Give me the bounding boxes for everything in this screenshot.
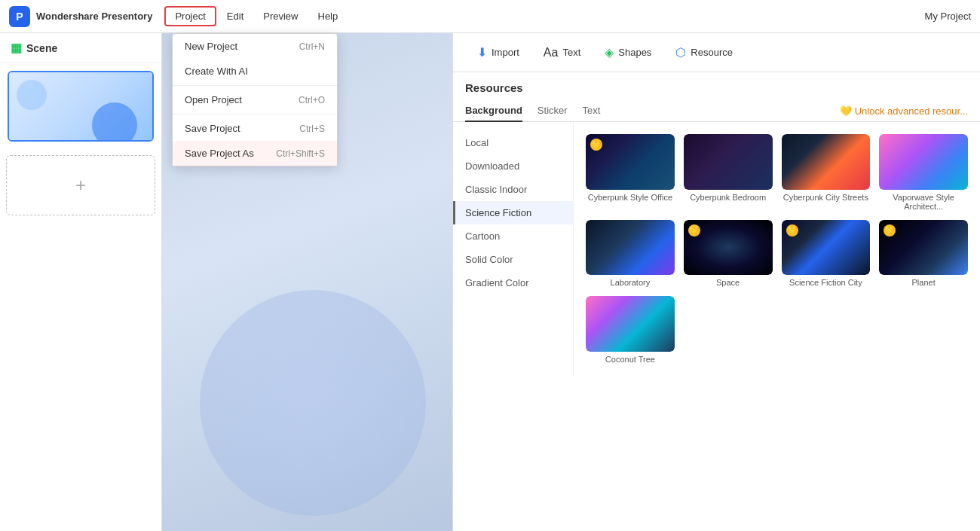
app-logo: P Wondershare Presentory	[9, 6, 152, 27]
project-dropdown: New Project Ctrl+N Create With AI Open P…	[172, 33, 338, 166]
resources-panel: ⬇ Import Aa Text ◈ Shapes ⬡ Resource Res…	[452, 33, 980, 531]
tab-background[interactable]: Background	[465, 100, 522, 122]
resources-sidebar: Local Downloaded Classic Indoor Science …	[453, 122, 574, 376]
import-icon: ⬇	[477, 45, 487, 60]
resource-card-7[interactable]: 💛 Planet	[879, 220, 968, 288]
resource-icon: ⬡	[675, 45, 686, 60]
resource-label-2: Cyberpunk City Streets	[782, 193, 871, 202]
shapes-icon: ◈	[605, 45, 614, 60]
text-button[interactable]: Aa Text	[531, 40, 593, 66]
canvas-circle-decoration	[200, 290, 426, 516]
scene-icon: ▦	[11, 41, 22, 55]
dropdown-save-project[interactable]: Save Project Ctrl+S	[173, 116, 337, 141]
dropdown-new-project[interactable]: New Project Ctrl+N	[173, 34, 337, 59]
app-name: Wondershare Presentory	[36, 11, 152, 22]
dropdown-open-project[interactable]: Open Project Ctrl+O	[173, 87, 337, 112]
resource-img-6: 💛	[782, 220, 871, 276]
toolbar: ⬇ Import Aa Text ◈ Shapes ⬡ Resource	[453, 33, 980, 72]
resources-body: Local Downloaded Classic Indoor Science …	[453, 122, 980, 376]
resource-label-7: Planet	[879, 278, 968, 287]
resource-img-4	[586, 220, 675, 276]
import-label: Import	[492, 47, 519, 58]
resource-card-8[interactable]: Coconut Tree	[586, 296, 675, 364]
premium-badge-5: 💛	[688, 224, 700, 237]
menu-item-help[interactable]: Help	[309, 8, 348, 25]
thumb-shape-1	[92, 102, 137, 140]
sidebar-item-local[interactable]: Local	[453, 131, 573, 154]
sidebar-item-gradient-color[interactable]: Gradient Color	[453, 271, 573, 294]
resource-card-5[interactable]: 💛 Space	[684, 220, 773, 288]
menu-item-project[interactable]: Project	[164, 6, 216, 26]
resource-img-0: 💛	[586, 134, 675, 190]
resources-grid: 💛 Cyberpunk Style Office Cyberpunk Bedro…	[574, 122, 980, 376]
resource-label-0: Cyberpunk Style Office	[586, 193, 675, 202]
scene-item-1[interactable]: 1	[8, 71, 154, 142]
app-logo-icon: P	[9, 6, 30, 27]
sidebar-item-downloaded[interactable]: Downloaded	[453, 154, 573, 178]
resource-img-3	[879, 134, 968, 190]
premium-badge-6: 💛	[786, 224, 798, 237]
resources-section-header: Resources	[453, 72, 980, 94]
menu-item-edit[interactable]: Edit	[218, 8, 253, 25]
resource-card-4[interactable]: Laboratory	[586, 220, 675, 288]
resource-img-5: 💛	[684, 220, 773, 276]
thumb-shape-2	[17, 80, 47, 110]
resource-card-1[interactable]: Cyberpunk Bedroom	[684, 134, 773, 211]
text-icon: Aa	[544, 46, 559, 60]
resource-label-5: Space	[684, 278, 773, 287]
scenes-title: Scene	[26, 42, 57, 54]
tab-sticker[interactable]: Sticker	[537, 100, 568, 122]
unlock-link[interactable]: Unlock advanced resour...	[840, 105, 968, 117]
dropdown-divider-2	[173, 114, 337, 114]
resource-img-7: 💛	[879, 220, 968, 276]
resource-img-2	[782, 134, 871, 190]
add-scene-button[interactable]: +	[6, 155, 155, 215]
premium-badge-0: 💛	[590, 139, 602, 151]
resource-label-6: Science Fiction City	[782, 278, 871, 287]
resource-card-3[interactable]: Vaporwave Style Architect...	[879, 134, 968, 211]
scene-thumbnail-1	[9, 72, 152, 140]
resource-img-1	[684, 134, 773, 190]
shapes-button[interactable]: ◈ Shapes	[593, 39, 663, 66]
menu-items: Project Edit Preview Help	[164, 6, 347, 26]
menu-item-preview[interactable]: Preview	[254, 8, 307, 25]
resource-label-8: Coconut Tree	[586, 355, 675, 364]
dropdown-save-project-as[interactable]: Save Project As Ctrl+Shift+S	[173, 141, 337, 166]
my-project-link[interactable]: My Project	[925, 11, 971, 22]
scenes-header: ▦ Scene	[0, 33, 161, 63]
shapes-label: Shapes	[618, 47, 651, 58]
text-label: Text	[562, 47, 580, 58]
sidebar-item-classic-indoor[interactable]: Classic Indoor	[453, 178, 573, 201]
import-button[interactable]: ⬇ Import	[465, 39, 531, 66]
resource-label-3: Vaporwave Style Architect...	[879, 193, 968, 211]
sidebar-item-solid-color[interactable]: Solid Color	[453, 248, 573, 271]
resource-label-4: Laboratory	[586, 278, 675, 287]
dropdown-create-ai[interactable]: Create With AI	[173, 59, 337, 84]
dropdown-divider-1	[173, 85, 337, 86]
tab-text[interactable]: Text	[583, 100, 601, 122]
resource-card-0[interactable]: 💛 Cyberpunk Style Office	[586, 134, 675, 211]
resource-label: Resource	[691, 47, 733, 58]
main-layout: ▦ Scene 1 + ⬇ Import Aa T	[0, 33, 980, 531]
resource-card-2[interactable]: Cyberpunk City Streets	[782, 134, 871, 211]
sidebar-item-science-fiction[interactable]: Science Fiction	[453, 201, 573, 224]
scenes-panel: ▦ Scene 1 +	[0, 33, 162, 531]
resource-label-1: Cyberpunk Bedroom	[684, 193, 773, 202]
premium-badge-7: 💛	[884, 224, 896, 237]
resources-tabs: Background Sticker Text Unlock advanced …	[453, 94, 980, 122]
resource-button[interactable]: ⬡ Resource	[663, 39, 745, 66]
resource-img-8	[586, 296, 675, 352]
resources-section: Resources Background Sticker Text Unlock…	[453, 72, 980, 531]
resource-card-6[interactable]: 💛 Science Fiction City	[782, 220, 871, 288]
menubar: P Wondershare Presentory Project Edit Pr…	[0, 0, 980, 33]
add-scene-icon: +	[75, 175, 86, 196]
sidebar-item-cartoon[interactable]: Cartoon	[453, 224, 573, 248]
unlock-text: Unlock advanced resour...	[855, 105, 968, 117]
